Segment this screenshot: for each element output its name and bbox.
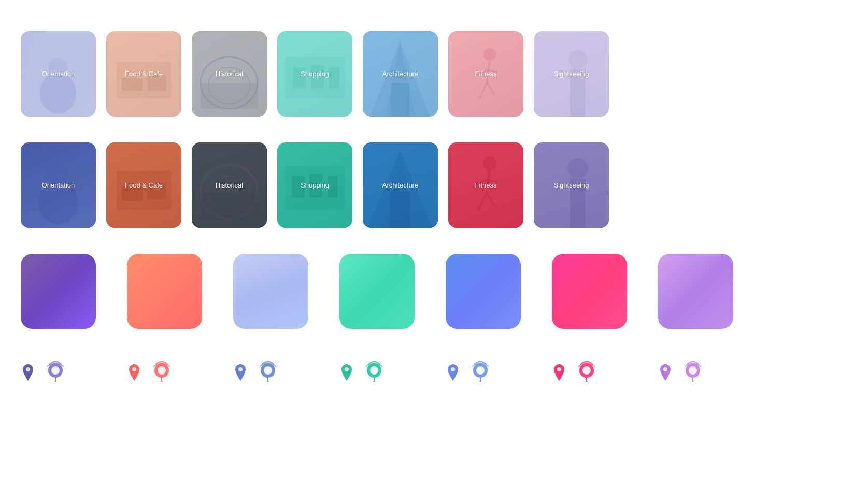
card-shopping-dark[interactable]: Shopping <box>277 142 352 228</box>
pin-simple-purple[interactable] <box>21 363 35 382</box>
swatch-row <box>21 254 833 329</box>
card-fitness-light[interactable]: Fitness <box>448 31 523 117</box>
pin-signal-pink[interactable] <box>575 355 599 382</box>
svg-point-75 <box>345 367 349 371</box>
svg-point-70 <box>238 367 243 371</box>
card-historical-light[interactable]: Historical <box>192 31 267 117</box>
svg-point-80 <box>451 367 455 371</box>
pin-signal-red[interactable] <box>150 355 174 382</box>
svg-rect-40 <box>201 192 258 220</box>
card-label-shopping-light: Shopping <box>301 70 329 78</box>
svg-point-1 <box>40 73 76 114</box>
card-label-historical-light: Historical <box>216 70 243 78</box>
pin-simple-pink[interactable] <box>552 363 566 382</box>
card-historical-dark[interactable]: Historical <box>192 142 267 228</box>
svg-point-85 <box>557 367 561 371</box>
icon-group-teal <box>339 355 415 382</box>
card-label-architecture-dark: Architecture <box>382 181 418 189</box>
swatch-teal[interactable] <box>339 254 415 329</box>
card-label-food-dark: Food & Cafe <box>125 181 163 189</box>
svg-rect-5 <box>122 78 143 91</box>
card-architecture-dark[interactable]: Architecture <box>363 142 438 228</box>
pin-simple-blue[interactable] <box>233 363 248 382</box>
icon-group-lavender <box>658 355 733 382</box>
card-shopping-light[interactable]: Shopping <box>277 31 352 117</box>
pin-signal-lavender[interactable] <box>681 355 705 382</box>
pin-simple-teal[interactable] <box>339 363 354 382</box>
svg-point-58 <box>567 158 588 179</box>
pin-signal-deep-blue[interactable] <box>468 355 492 382</box>
svg-point-67 <box>158 366 166 375</box>
svg-point-84 <box>479 381 481 382</box>
card-label-sightseeing-dark: Sightseeing <box>554 181 589 189</box>
svg-point-82 <box>476 366 485 375</box>
swatch-blue-light[interactable] <box>233 254 308 329</box>
card-label-fitness-light: Fitness <box>475 70 497 78</box>
pin-signal-teal[interactable] <box>362 355 386 382</box>
svg-rect-15 <box>329 67 339 88</box>
swatch-blue-deep[interactable] <box>446 254 521 329</box>
main-container: Orientation Food & Cafe <box>0 0 854 413</box>
svg-rect-45 <box>328 176 338 198</box>
svg-rect-10 <box>201 83 258 109</box>
svg-point-62 <box>51 366 60 375</box>
card-food-light[interactable]: Food & Cafe <box>106 31 181 117</box>
svg-point-69 <box>161 381 163 382</box>
card-label-orientation-light: Orientation <box>42 70 75 78</box>
pin-simple-lavender[interactable] <box>658 363 673 382</box>
svg-point-92 <box>689 366 697 375</box>
card-label-food-light: Food & Cafe <box>125 70 163 78</box>
pin-signal-blue[interactable] <box>256 355 280 382</box>
card-food-dark[interactable]: Food & Cafe <box>106 142 181 228</box>
svg-point-90 <box>663 367 667 371</box>
icon-group-purple <box>21 355 96 382</box>
icon-group-deep-blue <box>446 355 521 382</box>
card-row-light: Orientation Food & Cafe <box>21 31 833 117</box>
svg-point-28 <box>568 50 587 69</box>
pin-simple-red[interactable] <box>127 363 141 382</box>
svg-point-72 <box>264 366 272 375</box>
svg-point-79 <box>373 381 375 382</box>
card-sightseeing-light[interactable]: Sightseeing <box>534 31 609 117</box>
card-architecture-light[interactable]: Architecture <box>363 31 438 117</box>
swatch-orange[interactable] <box>127 254 202 329</box>
icon-group-blue <box>233 355 308 382</box>
icon-group-red <box>127 355 202 382</box>
card-label-fitness-dark: Fitness <box>475 181 497 189</box>
svg-point-21 <box>483 48 496 61</box>
svg-point-60 <box>26 367 30 371</box>
pin-simple-deep-blue[interactable] <box>446 363 460 382</box>
card-label-architecture-light: Architecture <box>382 70 418 78</box>
svg-point-64 <box>54 381 56 382</box>
svg-point-65 <box>132 367 136 371</box>
card-fitness-dark[interactable]: Fitness <box>448 142 523 228</box>
card-orientation-light[interactable]: Orientation <box>21 31 96 117</box>
swatch-lavender[interactable] <box>658 254 733 329</box>
svg-point-51 <box>483 156 496 170</box>
card-sightseeing-dark[interactable]: Sightseeing <box>534 142 609 228</box>
card-row-dark: Orientation Food & Cafe <box>21 142 833 228</box>
svg-point-87 <box>582 366 591 375</box>
icon-group-pink <box>552 355 627 382</box>
pin-signal-purple[interactable] <box>44 355 67 382</box>
card-label-historical-dark: Historical <box>216 181 243 189</box>
card-label-orientation-dark: Orientation <box>42 181 75 189</box>
swatch-pink[interactable] <box>552 254 627 329</box>
svg-point-74 <box>267 381 269 382</box>
svg-point-94 <box>692 381 694 382</box>
card-orientation-dark[interactable]: Orientation <box>21 142 96 228</box>
svg-point-77 <box>370 366 378 375</box>
icon-row <box>21 355 833 382</box>
swatch-purple[interactable] <box>21 254 96 329</box>
card-label-shopping-dark: Shopping <box>301 181 329 189</box>
svg-rect-19 <box>391 83 409 117</box>
svg-rect-49 <box>390 192 410 228</box>
card-label-sightseeing-light: Sightseeing <box>554 70 589 78</box>
svg-point-89 <box>586 381 588 382</box>
